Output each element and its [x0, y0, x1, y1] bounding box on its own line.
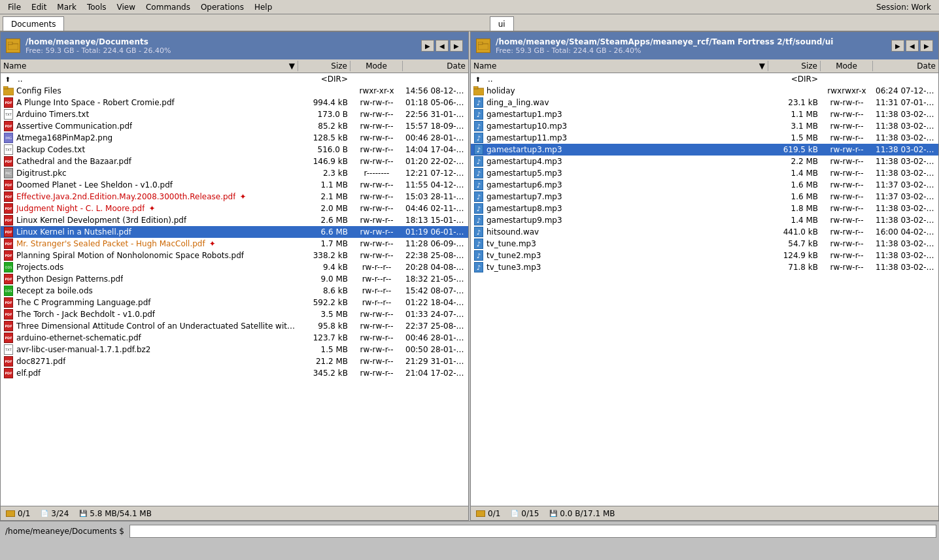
- file-type-icon: PDF: [3, 97, 14, 108]
- list-item[interactable]: ♪ tv_tune2.mp3 124.9 kB rw-rw-r-- 11:38 …: [471, 250, 938, 261]
- list-item[interactable]: TXT Backup Codes.txt 516.0 B rw-rw-r-- 1…: [1, 144, 468, 156]
- list-item[interactable]: Config Files rwxr-xr-x 14:56 08-12-12: [1, 85, 468, 97]
- list-item[interactable]: PDF elf.pdf 345.2 kB rw-rw-r-- 21:04 17-…: [1, 367, 468, 379]
- list-item[interactable]: TXT Arduino Timers.txt 173.0 B rw-rw-r--…: [1, 108, 468, 120]
- file-size-cell: 619.5 kB: [768, 145, 821, 154]
- right-panel-fwd-btn[interactable]: ▶: [920, 40, 933, 52]
- menu-help[interactable]: Help: [249, 1, 277, 13]
- list-item[interactable]: PDF Linux Kernel in a Nutshell.pdf 6.6 M…: [1, 226, 468, 238]
- list-item[interactable]: PDF The Torch - Jack Bechdolt - v1.0.pdf…: [1, 308, 468, 320]
- menu-edit[interactable]: Edit: [26, 1, 52, 13]
- list-item[interactable]: ♪ gamestartup4.mp3 2.2 MB rw-rw-r-- 11:3…: [471, 156, 938, 167]
- right-col-size[interactable]: Size: [768, 61, 821, 71]
- list-item[interactable]: ODS Recept za boile.ods 8.6 kB rw-r--r--…: [1, 285, 468, 297]
- file-type-icon: ♪: [473, 239, 484, 249]
- menu-commands[interactable]: Commands: [141, 1, 196, 13]
- list-item[interactable]: PDF Three Dimensional Attitude Control o…: [1, 320, 468, 332]
- svg-rect-1: [8, 42, 12, 44]
- session-label: Session: Work: [876, 3, 936, 12]
- list-item[interactable]: PDF Judgment Night - C. L. Moore.pdf✦ 2.…: [1, 203, 468, 214]
- list-item[interactable]: ♪ gamestartup10.mp3 3.1 MB rw-rw-r-- 11:…: [471, 120, 938, 132]
- list-item[interactable]: ♪ ding_a_ling.wav 23.1 kB rw-rw-r-- 11:3…: [471, 97, 938, 108]
- file-date-cell: 01:20 22-02-12: [403, 157, 468, 166]
- file-type-icon: TXT: [3, 109, 14, 120]
- list-item[interactable]: PDF Python Design Patterns.pdf 9.0 MB rw…: [1, 273, 468, 285]
- file-date-cell: 15:42 08-07-10: [403, 286, 468, 295]
- menu-tools[interactable]: Tools: [82, 1, 112, 13]
- list-item[interactable]: ♪ tv_tune3.mp3 71.8 kB rw-rw-r-- 11:38 0…: [471, 261, 938, 273]
- left-panel: /home/meaneye/Documents Free: 59.3 GB - …: [0, 31, 469, 521]
- left-file-list[interactable]: ⬆ .. <DIR> Config Files rwxr-xr-x 14:56 …: [1, 73, 468, 506]
- left-col-name[interactable]: Name ▼: [1, 61, 298, 71]
- right-col-date[interactable]: Date: [873, 61, 938, 71]
- file-type-icon: PDF: [3, 191, 14, 202]
- cmd-input[interactable]: [129, 525, 936, 538]
- file-name-cell: PDF doc8271.pdf: [1, 356, 298, 367]
- left-col-size[interactable]: Size: [298, 61, 350, 71]
- list-item[interactable]: ♪ gamestartup6.mp3 1.6 MB rw-rw-r-- 11:3…: [471, 179, 938, 191]
- right-col-mode[interactable]: Mode: [821, 61, 873, 71]
- file-size-cell: 592.2 kB: [298, 298, 350, 307]
- menu-file[interactable]: File: [3, 1, 26, 13]
- svg-rect-6: [473, 88, 484, 95]
- right-file-list[interactable]: ⬆ .. <DIR> holiday rwxrwxr-x 06:24 07-12…: [471, 73, 938, 506]
- file-date-cell: 11:38 03-02-13: [873, 145, 938, 154]
- list-item[interactable]: ♪ gamestartup3.mp3 619.5 kB rw-rw-r-- 11…: [471, 144, 938, 156]
- left-col-mode[interactable]: Mode: [350, 61, 403, 71]
- list-item[interactable]: ODS Projects.ods 9.4 kB rw-r--r-- 20:28 …: [1, 261, 468, 273]
- list-item[interactable]: holiday rwxrwxr-x 06:24 07-12-12: [471, 85, 938, 97]
- right-panel-terminal-btn[interactable]: ▶: [891, 40, 904, 52]
- list-item[interactable]: PDF Assertive Communication.pdf 85.2 kB …: [1, 120, 468, 132]
- list-item[interactable]: PDF arduino-ethernet-schematic.pdf 123.7…: [1, 332, 468, 344]
- file-mode-cell: rw-rw-r--: [350, 345, 403, 354]
- file-date-cell: 14:04 17-04-12: [403, 145, 468, 154]
- list-item[interactable]: PDF A Plunge Into Space - Robert Cromie.…: [1, 97, 468, 108]
- left-panel-back-btn[interactable]: ◀: [435, 40, 449, 52]
- menu-mark[interactable]: Mark: [52, 1, 82, 13]
- file-size-cell: 338.2 kB: [298, 251, 350, 260]
- file-type-icon: PKC: [3, 168, 14, 178]
- file-date-cell: 01:22 18-04-11: [403, 298, 468, 307]
- file-size-cell: 1.5 MB: [768, 133, 821, 142]
- list-item[interactable]: IMG Atmega168PinMap2.png 128.5 kB rw-rw-…: [1, 132, 468, 144]
- file-mode-cell: rw-r--r--: [350, 263, 403, 272]
- file-mode-cell: rw-rw-r--: [350, 227, 403, 237]
- file-date-cell: 16:00 04-02-13: [873, 227, 938, 237]
- list-item[interactable]: ♪ gamestartup5.mp3 1.4 MB rw-rw-r-- 11:3…: [471, 167, 938, 179]
- list-item[interactable]: PDF Mr. Stranger's Sealed Packet - Hugh …: [1, 238, 468, 250]
- file-size-cell: 71.8 kB: [768, 263, 821, 272]
- left-col-date[interactable]: Date: [403, 61, 468, 71]
- list-item[interactable]: ♪ tv_tune.mp3 54.7 kB rw-rw-r-- 11:38 03…: [471, 238, 938, 250]
- file-mode-cell: rw-rw-r--: [350, 145, 403, 154]
- right-col-name[interactable]: Name ▼: [471, 61, 768, 71]
- left-panel-terminal-btn[interactable]: ▶: [421, 40, 434, 52]
- file-size-cell: 124.9 kB: [768, 251, 821, 260]
- list-item[interactable]: ♪ gamestartup11.mp3 1.5 MB rw-rw-r-- 11:…: [471, 132, 938, 144]
- left-parent-dir[interactable]: ⬆ .. <DIR>: [1, 73, 468, 85]
- right-panel-back-btn[interactable]: ◀: [906, 40, 919, 52]
- list-item[interactable]: ♪ hitsound.wav 441.0 kB rw-rw-r-- 16:00 …: [471, 226, 938, 238]
- list-item[interactable]: PDF The C Programming Language.pdf 592.2…: [1, 297, 468, 308]
- svg-rect-2: [3, 88, 14, 95]
- list-item[interactable]: PDF Cathedral and the Bazaar.pdf 146.9 k…: [1, 156, 468, 167]
- tab-ui[interactable]: ui: [490, 16, 514, 31]
- list-item[interactable]: TXT avr-libc-user-manual-1.7.1.pdf.bz2 1…: [1, 344, 468, 355]
- list-item[interactable]: ♪ gamestartup7.mp3 1.6 MB rw-rw-r-- 11:3…: [471, 191, 938, 203]
- right-parent-dir[interactable]: ⬆ .. <DIR>: [471, 73, 938, 85]
- svg-rect-5: [478, 42, 483, 44]
- list-item[interactable]: PDF doc8271.pdf 21.2 MB rw-rw-r-- 21:29 …: [1, 355, 468, 367]
- menu-view[interactable]: View: [112, 1, 141, 13]
- list-item[interactable]: PDF Planning Spiral Motion of Nonholonom…: [1, 250, 468, 261]
- file-name-cell: PDF Python Design Patterns.pdf: [1, 274, 298, 284]
- list-item[interactable]: ♪ gamestartup8.mp3 1.8 MB rw-rw-r-- 11:3…: [471, 203, 938, 214]
- list-item[interactable]: ♪ gamestartup9.mp3 1.4 MB rw-rw-r-- 11:3…: [471, 214, 938, 226]
- list-item[interactable]: PDF Doomed Planet - Lee Sheldon - v1.0.p…: [1, 179, 468, 191]
- left-panel-fwd-btn[interactable]: ▶: [450, 40, 463, 52]
- tab-documents[interactable]: Documents: [3, 16, 64, 31]
- list-item[interactable]: PDF Effective.Java.2nd.Edition.May.2008.…: [1, 191, 468, 203]
- list-item[interactable]: PDF Linux Kernel Development (3rd Editio…: [1, 214, 468, 226]
- menu-operations[interactable]: Operations: [196, 1, 249, 13]
- list-item[interactable]: ♪ gamestartup1.mp3 1.1 MB rw-rw-r-- 11:3…: [471, 108, 938, 120]
- file-name-cell: PDF Doomed Planet - Lee Sheldon - v1.0.p…: [1, 180, 298, 190]
- list-item[interactable]: PKC Digitrust.pkc 2.3 kB r-------- 12:21…: [1, 167, 468, 179]
